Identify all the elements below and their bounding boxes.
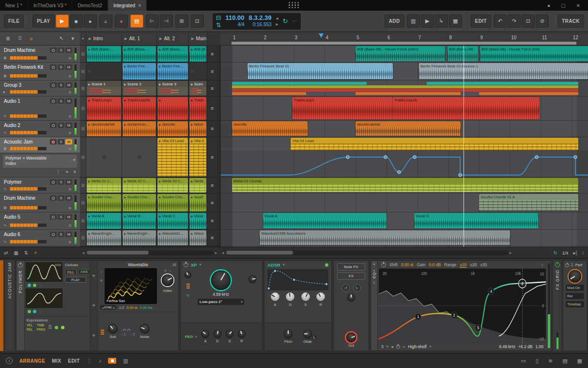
clip-stop-mini-button[interactable] [81, 52, 85, 56]
feg-decay-knob[interactable] [214, 330, 221, 338]
eq-range-option[interactable]: ±10 [460, 262, 466, 268]
tool-dropdown-icon[interactable]: ▾ [71, 35, 74, 42]
add-slot-button[interactable]: + [92, 302, 95, 309]
arrange-view-button[interactable]: ARRANGE [19, 358, 45, 364]
arranger-lane[interactable]: Vita 04 Lead [221, 137, 588, 177]
launcher-clip[interactable]: ▶Trash [189, 97, 206, 120]
launcher-clip[interactable]: ▶Soulful Cho... [87, 194, 121, 211]
play-mode-button[interactable]: PLAY [65, 277, 86, 283]
add-menu-button[interactable]: ADD [385, 15, 404, 28]
filter-cutoff-value[interactable]: 4.59 kHz [213, 292, 229, 297]
wavetable-menu-icon[interactable]: ▤ [172, 262, 176, 267]
project-tab[interactable]: New 1 * [0, 0, 28, 11]
add-slot-button[interactable]: + [92, 332, 95, 339]
track-volume-fader[interactable] [10, 187, 46, 191]
add-slot-button[interactable]: + [92, 272, 95, 279]
record-arm-button[interactable] [50, 195, 57, 201]
noise-level-knob[interactable] [140, 324, 150, 334]
feg-attack-knob[interactable] [201, 330, 209, 338]
band-power-icon[interactable] [396, 345, 400, 349]
fine-tune-icon[interactable]: ∗ [100, 278, 103, 283]
clip-stop-button[interactable]: ≣ [207, 137, 217, 177]
clip-slot[interactable]: ▶Vita 0 [189, 137, 207, 177]
transpose-icon[interactable]: ↑ [100, 270, 102, 274]
track-volume-fader[interactable] [10, 74, 46, 78]
device-power-icon[interactable] [18, 263, 23, 268]
close-tab-icon[interactable]: × [138, 2, 141, 8]
launcher-clip[interactable]: ▶808 (Bass-... [123, 46, 156, 62]
record-arm-button[interactable] [50, 214, 57, 220]
launcher-clip[interactable]: ▶TrashLoop2b [123, 97, 156, 120]
scene-play-icon[interactable]: ▶ [89, 37, 91, 41]
arranger-clip[interactable]: 808 (Bass-08) - House Force (full) [480, 46, 588, 61]
track-header[interactable]: Audio 1∿SM≡ [0, 96, 80, 121]
clip-stop-button[interactable]: ≣ [207, 121, 217, 137]
scene-header[interactable]: ▶Alt. 1 [122, 32, 157, 45]
launcher-clip[interactable]: ▶Scene 3 [157, 81, 188, 96]
track-options-icon[interactable]: ≡ [69, 74, 71, 79]
record-arm-button[interactable] [50, 232, 57, 237]
scrollbar-thumb[interactable] [226, 251, 293, 255]
arranger-lane[interactable]: 808 (Bass-08) - House Force (intro)808 (… [221, 46, 588, 63]
playhead[interactable] [464, 46, 464, 247]
arranger-clip[interactable]: TrashLoop2b [393, 97, 540, 119]
clip-slot[interactable]: ▶Scene 2 [122, 80, 157, 96]
output-level-knob[interactable] [346, 333, 356, 342]
next-marker-icon[interactable]: ▸ [276, 22, 279, 27]
scrollbar-thumb[interactable] [87, 251, 149, 255]
oscillator-b-display[interactable] [26, 288, 62, 308]
clip-slot[interactable]: ▶Vocal B [122, 212, 157, 229]
launcher-clip[interactable]: ▶NeverEngin... [87, 230, 121, 245]
note-fx-tab[interactable]: Note FX [337, 263, 365, 271]
solo-button[interactable]: S [58, 232, 64, 237]
loop-toggle-icon[interactable]: ↻ [283, 17, 288, 25]
mute-button[interactable]: M [65, 214, 72, 220]
track-volume-fader[interactable] [10, 206, 46, 209]
track-header[interactable]: Drum Machine≣SM≡ [0, 193, 80, 212]
tempo-value[interactable]: 110.00 [226, 15, 245, 22]
clip-slot[interactable]: ▶ [157, 96, 189, 120]
arranger-lane[interactable] [221, 80, 588, 96]
launcher-clip[interactable]: ▶Vita 0 [189, 138, 206, 176]
clip-stop-button[interactable]: ≣ [207, 230, 217, 246]
eq-band-handle[interactable]: 4 [490, 289, 493, 294]
project-panel-icon[interactable]: ▯ [536, 358, 539, 364]
clip-slot[interactable]: ▶Wavoloid1... [157, 230, 189, 246]
mod-delay-module[interactable]: Mod De [566, 285, 584, 291]
solo-button[interactable]: S [58, 123, 64, 128]
device-drag-handle[interactable]: ≣ [373, 262, 376, 266]
scene-header[interactable]: ▶Main [189, 32, 207, 45]
clip-slot[interactable]: ▶808 (Bass-... [122, 46, 157, 62]
osc-a-modulators[interactable]: → [26, 282, 62, 288]
play-start-marker[interactable] [319, 33, 324, 38]
track-options-icon[interactable]: ≡ [69, 206, 71, 210]
chevron-down-icon[interactable]: ▾ [283, 263, 285, 267]
session-indicator-icon[interactable]: ● [547, 3, 550, 8]
clip-slot[interactable]: ▶Mella 01 C... [86, 177, 122, 193]
launcher-clip[interactable]: ▶Wavoloid1... [157, 230, 188, 245]
project-tab[interactable]: InTheDark V3 * [28, 0, 72, 11]
track-options-icon[interactable]: ≡ [69, 56, 71, 61]
audio-engine-icon[interactable]: ♪ [99, 358, 102, 364]
delete-button[interactable]: ⊘ [536, 15, 549, 28]
clip-slot[interactable]: ▶Mella 03 C... [157, 177, 189, 193]
fill-button[interactable]: FILL [65, 269, 77, 275]
clip-slot[interactable]: ▶808 (B [189, 46, 207, 62]
perf-module-label[interactable]: Perf [575, 263, 583, 267]
pressure-expression[interactable]: PRES [37, 328, 46, 331]
launcher-clip[interactable]: ▶808 (Bass-... [87, 46, 121, 62]
arranger-clip[interactable]: Berlin Firework Beat 01 [248, 63, 393, 79]
arranger-clip[interactable]: Mella 03 Chords [232, 178, 578, 192]
add-device-button[interactable]: ▥ [407, 15, 420, 28]
modulators-icon[interactable]: ⠿ [373, 281, 375, 285]
clip-slot[interactable]: ▶Voca [189, 212, 207, 229]
timebase-module[interactable]: Timebas [566, 301, 584, 307]
launcher-clip[interactable]: ▶Mella 01 C... [87, 178, 121, 192]
clip-slot[interactable]: ▶dorianredu... [122, 121, 157, 137]
overdub-button[interactable]: ▤ [130, 15, 143, 28]
filter-drive-icon[interactable] [186, 283, 190, 288]
eq-band-handle[interactable]: 5 [477, 326, 480, 331]
clip-stop-mini-button[interactable] [81, 156, 85, 159]
snap-mode-icon[interactable]: ▸| [573, 250, 577, 256]
track-volume-fader[interactable] [10, 90, 46, 94]
